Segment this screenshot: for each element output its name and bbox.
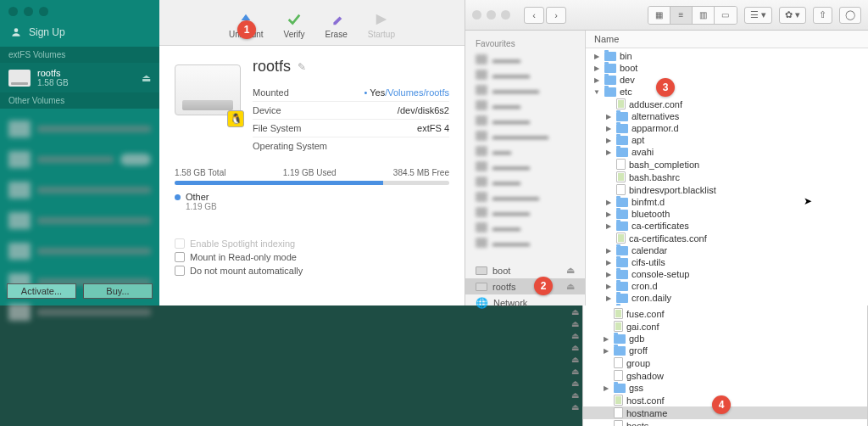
tree-row[interactable]: ▶groff: [583, 345, 867, 356]
disclosure-icon[interactable]: ▶: [604, 210, 613, 218]
label-mounted: Mounted: [253, 87, 364, 98]
action-button[interactable]: ✿ ▾: [779, 7, 806, 24]
disclosure-icon[interactable]: ▶: [602, 384, 610, 392]
disclosure-icon[interactable]: ▶: [593, 64, 601, 72]
erase-button[interactable]: Erase: [326, 11, 348, 39]
tree-row[interactable]: group: [583, 356, 867, 369]
user-icon: [10, 26, 22, 38]
icon-view-button[interactable]: ▦: [648, 7, 670, 24]
tree-row[interactable]: ▶cron.d: [586, 280, 868, 292]
tree-row[interactable]: fuse.conf: [583, 307, 867, 320]
disclosure-icon[interactable]: ▶: [604, 259, 613, 266]
sidebar-item[interactable]: ▬▬▬▬▬: [465, 189, 585, 205]
disclosure-icon[interactable]: ▶: [604, 125, 613, 132]
file-name: gss: [629, 383, 643, 393]
tree-row[interactable]: ▶gss: [583, 382, 867, 394]
activate-button[interactable]: Activate...: [7, 283, 76, 299]
share-button[interactable]: ⇧: [813, 7, 832, 24]
tree-row[interactable]: ▶bluetooth: [586, 208, 868, 220]
disclosure-icon[interactable]: ▶: [593, 76, 601, 84]
tree-row[interactable]: bindresvport.blacklist: [586, 183, 868, 196]
sidebar-item[interactable]: ▬▬▬: [465, 220, 585, 235]
sidebar-item[interactable]: ▬▬▬: [465, 52, 585, 67]
disclosure-icon[interactable]: ▶: [604, 222, 613, 230]
tree-row[interactable]: ▶bin: [586, 50, 868, 62]
sidebar-item[interactable]: ▬▬▬▬: [465, 235, 585, 250]
disclosure-icon[interactable]: ▶: [602, 347, 610, 355]
tree-row[interactable]: ▶calendar: [586, 244, 868, 256]
sidebar-device-boot[interactable]: boot⏏: [465, 262, 585, 278]
disclosure-icon[interactable]: ▶: [604, 247, 613, 255]
buy-button[interactable]: Buy...: [83, 283, 153, 299]
sidebar-item[interactable]: ▬▬▬▬▬: [465, 82, 585, 98]
back-button[interactable]: ‹: [524, 7, 544, 24]
sidebar-item[interactable]: ▬▬▬▬▬▬: [465, 128, 585, 143]
tree-row[interactable]: ▶apt: [586, 134, 868, 146]
sidebar-item[interactable]: ▬▬▬▬: [465, 159, 585, 174]
disclosure-icon[interactable]: ▼: [593, 88, 601, 96]
tree-row[interactable]: ▶console-setup: [586, 268, 868, 280]
tree-row[interactable]: ▼etc: [586, 86, 868, 98]
list-view-button[interactable]: ≡: [670, 7, 693, 24]
folder-icon: [614, 346, 626, 356]
disclosure-icon[interactable]: ▶: [593, 53, 601, 60]
disclosure-icon[interactable]: ▶: [604, 271, 613, 278]
tree-row[interactable]: gai.conf: [583, 320, 867, 333]
tags-button[interactable]: ◯: [839, 7, 861, 24]
sidebar-item[interactable]: ▬▬▬▬: [465, 113, 585, 128]
sidebar-item[interactable]: ▬▬▬: [465, 174, 585, 189]
checkbox-icon[interactable]: [175, 266, 185, 276]
tree-row[interactable]: ▶gdb: [583, 333, 867, 345]
tree-row[interactable]: gshadow: [583, 369, 867, 382]
checkbox-icon[interactable]: [175, 252, 185, 262]
tree-row[interactable]: ▶binfmt.d: [586, 196, 868, 208]
tree-row[interactable]: ca-certificates.conf: [586, 232, 868, 244]
tree-row[interactable]: ▶boot: [586, 62, 868, 74]
tree-row[interactable]: bash.bashrc: [586, 171, 868, 183]
disclosure-icon[interactable]: ▶: [604, 149, 613, 156]
gallery-view-button[interactable]: ▭: [715, 7, 737, 24]
value-fs: extFS 4: [417, 123, 449, 133]
tree-row[interactable]: ▶apparmor.d: [586, 122, 868, 134]
sidebar-item[interactable]: ▬▬▬▬: [465, 205, 585, 220]
column-view-button[interactable]: ▥: [693, 7, 715, 24]
sidebar-item[interactable]: ▬▬▬: [465, 98, 585, 113]
volume-rootfs[interactable]: rootfs 1.58 GB ⏏: [0, 63, 159, 92]
file-name: gshadow: [626, 371, 664, 381]
disclosure-icon[interactable]: ▶: [604, 199, 613, 206]
finder-file-list[interactable]: Name ▶bin▶boot▶dev▼etcadduser.conf▶alter…: [586, 31, 868, 305]
disclosure-icon[interactable]: ▶: [604, 283, 613, 290]
tree-row[interactable]: ▶alternatives: [586, 110, 868, 122]
tree-row[interactable]: ▶ca-certificates: [586, 220, 868, 232]
tree-row[interactable]: hosts: [583, 419, 867, 426]
tree-row[interactable]: ▶cifs-utils: [586, 256, 868, 268]
option-noauto[interactable]: Do not mount automatically: [175, 264, 449, 277]
disclosure-icon[interactable]: ▶: [604, 294, 613, 302]
disclosure-icon[interactable]: ▶: [604, 113, 613, 121]
tree-row[interactable]: ▶cron.daily: [586, 292, 868, 304]
view-mode-segmented[interactable]: ▦ ≡ ▥ ▭: [648, 6, 737, 25]
forward-button[interactable]: ›: [546, 7, 566, 24]
sidebar-item[interactable]: ▬▬: [465, 143, 585, 159]
tree-row[interactable]: ▶avahi: [586, 146, 868, 158]
sidebar-item[interactable]: ▬▬▬▬: [465, 67, 585, 82]
folder-icon: [616, 136, 628, 145]
tree-row[interactable]: ▶dev: [586, 74, 868, 86]
option-readonly[interactable]: Mount in Read-only mode: [175, 250, 449, 264]
volume-size: 1.58 GB: [37, 78, 135, 87]
sign-up-link[interactable]: Sign Up: [0, 23, 159, 47]
window-controls[interactable]: [0, 0, 159, 23]
arrange-button[interactable]: ☰ ▾: [744, 7, 772, 24]
column-header-name[interactable]: Name: [586, 31, 868, 48]
sidebar-device-rootfs[interactable]: rootfs⏏: [465, 278, 585, 294]
disclosure-icon[interactable]: ▶: [602, 335, 610, 343]
window-controls[interactable]: [472, 10, 510, 20]
disclosure-icon[interactable]: ▶: [604, 137, 613, 144]
eject-icon[interactable]: ⏏: [142, 72, 151, 84]
verify-button[interactable]: Verify: [284, 11, 305, 39]
rename-icon[interactable]: ✎: [298, 61, 306, 73]
mount-point-link[interactable]: /Volumes/rootfs: [385, 87, 449, 98]
tree-row[interactable]: adduser.conf: [586, 98, 868, 110]
other-volumes-blurred: [0, 109, 159, 333]
tree-row[interactable]: bash_completion: [586, 158, 868, 171]
